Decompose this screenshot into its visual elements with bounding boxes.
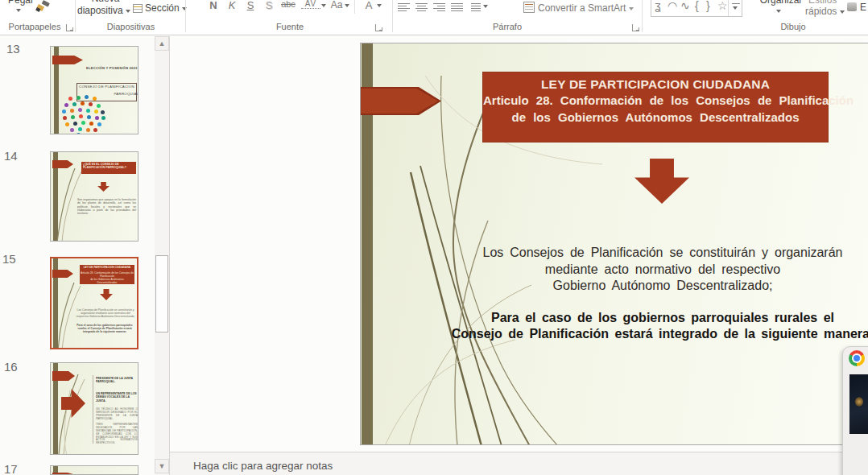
quick-styles-button-line2[interactable]: rápidos — [805, 6, 845, 17]
character-spacing-button[interactable]: AV — [301, 0, 320, 9]
thumb14-body-text: Son organismos que apoyan en la formulac… — [77, 198, 136, 215]
slide-canvas[interactable]: LEY DE PARTICIPACION CIUDADANA Articulo … — [360, 43, 868, 445]
chrome-icon[interactable] — [849, 350, 865, 366]
slide-number-13: 13 — [6, 42, 20, 56]
change-case-dropdown-icon[interactable] — [345, 4, 349, 7]
thumb14-down-arrow-shape — [97, 182, 110, 192]
quick-styles-dropdown-icon — [840, 10, 845, 14]
slide-number-16: 16 — [4, 360, 18, 374]
change-case-button[interactable]: Aa — [329, 0, 345, 10]
slide-thumbnail-14[interactable]: ¿QUÉ ES EL CONSEJO DE PLANIFICACIÓN PARR… — [50, 151, 138, 242]
arrange-dropdown-icon[interactable] — [776, 10, 781, 13]
thumb13-bubble-image — [68, 97, 110, 134]
section-icon — [133, 4, 143, 13]
slide-chevron-arrow-shape[interactable] — [361, 87, 441, 115]
align-left-button[interactable] — [398, 2, 410, 12]
drawing-group-label: Dibujo — [769, 22, 817, 31]
slide-number-14: 14 — [4, 149, 18, 163]
thumb15-chevron-shape — [52, 270, 73, 278]
clipboard-group-label: Portapapeles — [0, 22, 69, 31]
font-group-label: Fuente — [258, 22, 322, 31]
quick-styles-label: rápidos — [805, 6, 837, 17]
new-slide-dropdown-icon — [126, 10, 130, 13]
character-spacing-dropdown-icon[interactable] — [321, 4, 326, 7]
paragraph-dialog-launcher[interactable] — [632, 24, 639, 31]
arrange-button[interactable]: Organizar — [755, 0, 807, 6]
scroll-up-button[interactable]: ▲ — [155, 36, 169, 51]
paragraph-group-label: Párrafo — [479, 22, 535, 31]
thumb14-title-banner: ¿QUÉ ES EL CONSEJO DE PLANIFICACIÓN PARR… — [81, 162, 136, 174]
thumb15-body1: Los Consejos de Planificación se constit… — [74, 308, 137, 318]
thumb16-heading2: UN REPRESENTANTE DE LOS DEMÁS VOCALES DE… — [96, 392, 138, 402]
slide-thumbnail-15[interactable]: LEY DE PARTICIPACION CIUDADANA Articulo … — [50, 257, 138, 349]
notes-placeholder[interactable]: Haga clic para agregar notas — [193, 460, 333, 472]
bold-button[interactable]: N — [205, 0, 221, 11]
scrollbar-thumb[interactable] — [155, 255, 168, 332]
columns-button[interactable] — [471, 2, 481, 12]
shapes-gallery-dropdown-icon[interactable] — [733, 6, 738, 10]
slide-title-banner[interactable]: LEY DE PARTICIPACION CIUDADANA Articulo … — [482, 72, 829, 142]
notes-pane[interactable]: Haga clic para agregar notas — [170, 452, 868, 475]
convert-smartart-label: Convertir a SmartArt — [538, 2, 626, 14]
quick-styles-button[interactable]: Estilos — [808, 0, 837, 6]
scroll-down-button[interactable]: ▼ — [155, 459, 169, 473]
slide-down-arrow-shape[interactable] — [634, 159, 689, 204]
thumb14-banner-text: ¿QUÉ ES EL CONSEJO DE PLANIFICACIÓN PARR… — [83, 163, 136, 169]
align-right-button[interactable] — [433, 2, 445, 12]
body-bold-line-1: Para el caso de los gobiernos parroquial… — [425, 310, 868, 327]
slide-title-line2: Articulo 28. Conformación de los Consejo… — [483, 92, 828, 109]
shape-fill-button[interactable]: E — [860, 2, 866, 13]
shape-scribble-icon[interactable]: ʓ — [655, 0, 661, 12]
shape-freeform-icon[interactable]: ∿ — [680, 0, 690, 12]
thumb16-para1: UN TÉCNICO AD HONOREM O SERVIDOR DESIGNA… — [96, 407, 138, 419]
justify-button[interactable] — [451, 2, 463, 12]
strikethrough-button[interactable]: abc — [278, 0, 299, 9]
shapes-gallery[interactable]: ʓ ◠ ∿ { } ☆ — [651, 0, 742, 17]
thumb15-banner-line1: LEY DE PARTICIPACION CIUDADANA — [81, 266, 134, 269]
slide-thumbnail-13[interactable]: ELECCIÓN Y POSESIÓN 2023 CONSEJO DE PLAN… — [50, 46, 138, 134]
slide-title-line3: de los Gobiernos Autónomos Descentraliza… — [483, 109, 828, 126]
slide-thumbnail-16[interactable]: PRESIDENTE DE LA JUNTA PARROQUIAL. UN RE… — [50, 362, 138, 455]
thumb15-body2: Para el caso de los gobiernos parroquial… — [72, 324, 137, 333]
picture-thumbnail[interactable] — [849, 374, 868, 434]
font-dialog-launcher[interactable] — [375, 24, 382, 31]
body-line-1: Los Consejos de Planificación se constit… — [425, 245, 868, 262]
shape-left-brace-icon[interactable]: { — [695, 0, 699, 12]
clipboard-dialog-launcher[interactable] — [66, 24, 73, 31]
shape-fill-icon[interactable] — [847, 2, 857, 11]
slide-number-15: 15 — [2, 252, 16, 266]
shape-star-icon[interactable]: ☆ — [717, 0, 728, 12]
paste-button[interactable]: Pegar — [8, 0, 34, 6]
thumb16-chevron-shape — [52, 371, 75, 381]
columns-dropdown-icon[interactable] — [483, 5, 488, 8]
underline-button[interactable]: S — [242, 0, 258, 11]
slide-body-text[interactable]: Los Consejos de Planificación se constit… — [425, 245, 868, 343]
slide-thumbnail-17[interactable] — [50, 465, 138, 475]
thumb15-title-banner: LEY DE PARTICIPACION CIUDADANA Articulo … — [80, 265, 134, 284]
thumb13-title: ELECCIÓN Y POSESIÓN 2023 — [70, 66, 138, 70]
font-color-button[interactable]: A — [361, 0, 377, 11]
format-painter-icon[interactable] — [35, 0, 52, 15]
body-line-2: mediante acto normativo del respectivo — [425, 262, 868, 279]
new-slide-button-line2[interactable]: diapositiva — [77, 5, 130, 16]
thumb16-right-arrow-shape — [61, 389, 85, 418]
floating-overlay-panel — [842, 346, 868, 475]
thumb13-chevron-shape — [52, 56, 83, 64]
convert-smartart-button[interactable]: Convertir a SmartArt — [538, 2, 634, 14]
shapes-gallery-more-button[interactable] — [732, 3, 740, 4]
slide-number-17: 17 — [4, 462, 18, 475]
italic-button[interactable]: K — [224, 0, 240, 11]
new-slide-button[interactable]: Nueva — [81, 0, 130, 4]
thumb13-box-line2: PARROQUIAL — [79, 92, 138, 96]
font-color-dropdown-icon[interactable] — [377, 4, 382, 7]
shape-curve-icon[interactable]: ◠ — [668, 0, 677, 12]
section-button[interactable]: Sección — [145, 2, 187, 14]
powerpoint-window: Pegar Portapapeles Nueva diapositiva Sec… — [0, 0, 868, 475]
text-shadow-button[interactable]: S — [261, 0, 277, 11]
align-center-button[interactable] — [415, 2, 428, 12]
slide-title-line1: LEY DE PARTICIPACION CIUDADANA — [483, 77, 828, 92]
paste-dropdown-icon[interactable] — [16, 9, 21, 12]
thumb15-banner-line2: Articulo 28. Conformación de los Consejo… — [81, 271, 134, 278]
panel-divider — [169, 36, 170, 475]
shape-right-brace-icon[interactable]: } — [706, 0, 710, 12]
